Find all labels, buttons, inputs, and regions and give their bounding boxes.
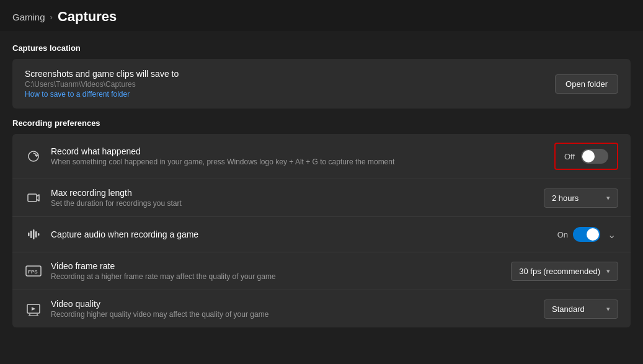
video-frame-rate-text-block: Video frame rate Recording at a higher f… — [51, 261, 276, 281]
capture-audio-toggle-label: On — [557, 230, 568, 239]
recording-preferences-title: Recording preferences — [12, 118, 631, 128]
capture-audio-controls: On ⌄ — [557, 227, 618, 242]
video-quality-icon — [25, 300, 42, 317]
audio-icon — [25, 226, 42, 243]
max-recording-length-row: Max recording length Set the duration fo… — [12, 179, 631, 217]
max-recording-subtitle: Set the duration for recordings you star… — [51, 199, 182, 208]
svg-rect-4 — [33, 229, 35, 239]
capture-audio-toggle[interactable] — [573, 227, 600, 242]
capture-audio-row: Capture audio when recording a game On ⌄ — [12, 217, 631, 252]
captures-path: C:\Users\Tuanm\Videos\Captures — [25, 80, 179, 89]
header-captures: Captures — [58, 9, 117, 25]
video-quality-title: Video quality — [51, 299, 268, 309]
svg-rect-3 — [30, 231, 32, 238]
video-frame-rate-subtitle: Recording at a higher frame rate may aff… — [51, 272, 276, 281]
captures-text-block: Screenshots and game clips will save to … — [25, 69, 179, 99]
video-frame-rate-title: Video frame rate — [51, 261, 276, 271]
header: Gaming › Captures — [0, 0, 643, 31]
captures-link[interactable]: How to save to a different folder — [25, 90, 179, 99]
svg-rect-6 — [38, 233, 40, 236]
record-toggle-container: Off — [554, 143, 618, 170]
video-quality-left: Video quality Recording higher quality v… — [25, 299, 268, 319]
header-chevron: › — [50, 12, 53, 22]
record-what-happened-row: Record what happened When something cool… — [12, 134, 631, 179]
recording-preferences-section: Recording preferences Record what happen… — [12, 118, 631, 327]
capture-audio-title: Capture audio when recording a game — [51, 229, 198, 239]
record-what-happened-left: Record what happened When something cool… — [25, 146, 394, 166]
max-recording-text-block: Max recording length Set the duration fo… — [51, 188, 182, 208]
video-quality-text-block: Video quality Recording higher quality v… — [51, 299, 268, 319]
header-gaming: Gaming — [12, 12, 45, 22]
video-frame-rate-arrow: ▾ — [606, 267, 610, 275]
record-subtitle: When something cool happened in your gam… — [51, 158, 394, 166]
max-recording-arrow: ▾ — [606, 194, 610, 202]
max-recording-value: 2 hours — [552, 193, 579, 203]
video-frame-rate-row: FPS Video frame rate Recording at a high… — [12, 252, 631, 290]
max-recording-title: Max recording length — [51, 188, 182, 198]
video-frame-rate-dropdown[interactable]: 30 fps (recommended) ▾ — [511, 262, 618, 281]
max-recording-dropdown[interactable]: 2 hours ▾ — [544, 189, 618, 208]
video-quality-dropdown[interactable]: Standard ▾ — [544, 300, 618, 319]
record-text-block: Record what happened When something cool… — [51, 146, 394, 166]
captures-location-card: Screenshots and game clips will save to … — [12, 59, 631, 109]
settings-rows-wrapper: Record what happened When something cool… — [12, 134, 631, 327]
captures-location-info: Screenshots and game clips will save to … — [25, 69, 179, 99]
video-quality-arrow: ▾ — [606, 305, 610, 313]
record-title: Record what happened — [51, 146, 394, 156]
capture-audio-left: Capture audio when recording a game — [25, 226, 198, 243]
svg-rect-2 — [28, 233, 30, 236]
captures-location-title: Captures location — [12, 43, 631, 53]
fps-icon: FPS — [25, 262, 42, 280]
max-recording-left: Max recording length Set the duration fo… — [25, 188, 182, 208]
video-frame-rate-value: 30 fps (recommended) — [519, 267, 600, 276]
capture-audio-text-block: Capture audio when recording a game — [51, 229, 198, 239]
video-quality-row: Video quality Recording higher quality v… — [12, 290, 631, 327]
record-toggle[interactable] — [581, 149, 608, 164]
svg-text:FPS: FPS — [28, 269, 38, 275]
content: Captures location Screenshots and game c… — [0, 31, 643, 340]
svg-rect-1 — [28, 194, 37, 202]
recording-icon — [25, 189, 42, 206]
video-frame-rate-left: FPS Video frame rate Recording at a high… — [25, 261, 276, 281]
record-toggle-label: Off — [564, 152, 575, 161]
record-icon — [25, 148, 42, 165]
open-folder-button[interactable]: Open folder — [555, 74, 618, 94]
video-quality-value: Standard — [552, 304, 585, 314]
capture-audio-expand-button[interactable]: ⌄ — [605, 228, 618, 242]
captures-description: Screenshots and game clips will save to — [25, 69, 179, 79]
svg-rect-5 — [35, 231, 37, 237]
video-quality-subtitle: Recording higher quality video may affec… — [51, 310, 268, 319]
